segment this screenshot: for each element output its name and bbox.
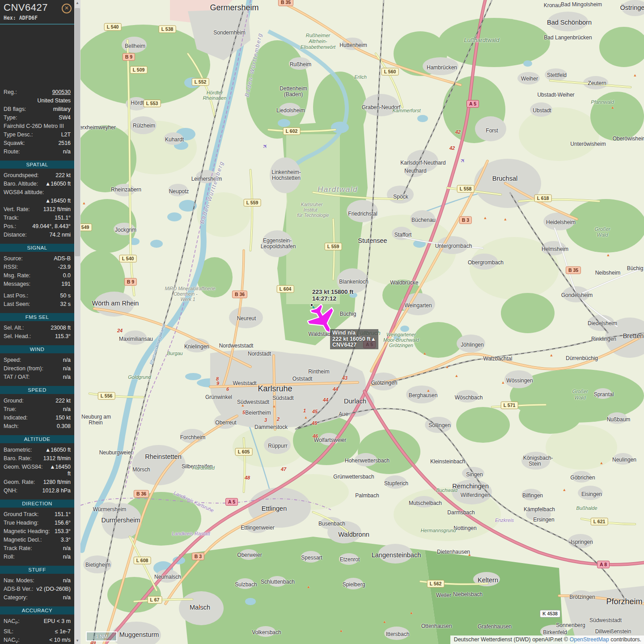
- data-row: Baro. Altitude:▲16050 ft: [0, 180, 74, 188]
- row-value: v2 (DO-260B): [36, 586, 71, 593]
- row-label: Pos.:: [4, 223, 16, 230]
- row-value: SW4: [20, 114, 71, 121]
- row-label: True Heading:: [4, 520, 38, 526]
- row-value: 222 kt: [42, 172, 71, 179]
- row-label: TAT / OAT:: [4, 374, 30, 381]
- row-value: 191: [33, 281, 71, 288]
- data-row: ▲16450 ft: [0, 197, 74, 205]
- app-window: GermersheimBellheimSondernheimHuttenheim…: [0, 0, 644, 644]
- row-label: DB flags:: [4, 106, 26, 113]
- scroll-down-icon[interactable]: ▼: [74, 638, 80, 644]
- data-row: Source:ADS-B: [0, 254, 74, 263]
- data-row: Speed:n/a: [0, 356, 74, 364]
- row-value: 2516: [28, 140, 71, 147]
- data-row: Mach:0.308: [0, 422, 74, 431]
- row-value: ≤ 1e-7: [16, 628, 71, 635]
- section-header: SPATIAL: [0, 161, 74, 169]
- row-value: 1312 ft/min: [33, 206, 71, 213]
- data-row: United States: [0, 97, 74, 105]
- row-label: Track:: [4, 215, 19, 221]
- registration-info: Reg.:900530United StatesDB flags:militar…: [0, 88, 74, 156]
- row-value: n/a: [17, 554, 71, 560]
- row-value: military: [29, 106, 71, 113]
- data-row: Vert. Rate:1312 ft/min: [0, 205, 74, 214]
- row-label: Last Seen:: [4, 301, 30, 308]
- row-label: True:: [4, 406, 16, 413]
- row-value: 156.6°: [41, 520, 71, 526]
- data-row: NACV:< 10 m/s: [0, 636, 74, 644]
- row-value: n/a: [23, 148, 71, 155]
- row-value: 23008 ft: [26, 325, 71, 331]
- data-row: Messages:191: [0, 280, 74, 288]
- row-label: Sel. Head.:: [4, 333, 31, 340]
- row-label: Baro. Rate:: [4, 455, 32, 462]
- row-value: n/a: [35, 545, 71, 552]
- data-row: True:n/a: [0, 405, 74, 414]
- row-value: n/a: [19, 406, 71, 413]
- row-label: Mach:: [4, 423, 19, 430]
- row-value: ▲16450 ft: [6, 198, 71, 204]
- data-row: Last Pos.:50 s: [0, 292, 74, 300]
- row-value: L2T: [35, 131, 71, 138]
- panel-header: CNV6427 Hex: ADFD6F ✕: [0, 0, 74, 25]
- row-label: Messages:: [4, 281, 30, 288]
- row-value: < 10 m/s: [22, 637, 71, 644]
- row-value: 222 kt: [26, 398, 71, 404]
- data-row: ADS-B Ver.:v2 (DO-260B): [0, 585, 74, 593]
- row-label: Geom. Rate:: [4, 479, 35, 486]
- data-row: Type:SW4: [0, 114, 74, 122]
- data-row: Magnetic Decl.:3.3°: [0, 536, 74, 544]
- row-label: Distance:: [4, 232, 27, 238]
- data-row: TAT / OAT:n/a: [0, 373, 74, 381]
- row-value: n/a: [24, 357, 71, 364]
- data-row: Geom. WGS84:▲16450 ft: [0, 463, 74, 478]
- row-value: ▲16050 ft: [34, 447, 71, 453]
- data-row: Fairchild C-26D Metro III: [0, 122, 74, 131]
- row-value: 151.1°: [42, 511, 71, 518]
- data-row: Squawk:2516: [0, 139, 74, 148]
- row-label: Reg.:: [4, 89, 17, 96]
- map-attribution: Deutscher Wetterdienst (DWD) openAIP.net…: [450, 636, 644, 644]
- data-row: WGS84 altitude:: [0, 188, 74, 197]
- hex-code: Hex: ADFD6F: [4, 15, 71, 23]
- row-label: Ground Track:: [4, 511, 39, 518]
- row-label: Indicated:: [4, 415, 28, 421]
- row-value: 153.3°: [52, 528, 71, 535]
- scroll-up-icon[interactable]: ▲: [74, 0, 80, 6]
- data-row: DB flags:military: [0, 105, 74, 114]
- data-row: SIL:≤ 1e-7: [0, 627, 74, 636]
- data-row: Track:151.1°: [0, 214, 74, 222]
- data-row: Indicated:150 kt: [0, 414, 74, 422]
- data-row: Sel. Head.:115.3°: [0, 332, 74, 341]
- close-icon[interactable]: ✕: [62, 4, 72, 13]
- map-canvas[interactable]: [0, 0, 644, 644]
- row-value: 1280 ft/min: [38, 479, 71, 486]
- row-value: ▲16050 ft: [41, 181, 71, 187]
- openstreetmap-link[interactable]: OpenStreetMap: [569, 636, 609, 643]
- data-row: Baro. Rate:1312 ft/min: [0, 454, 74, 463]
- data-row: Magnetic Heading:153.3°: [0, 527, 74, 536]
- row-label: SIL:: [4, 628, 13, 635]
- section-header: STUFF: [0, 566, 74, 574]
- scrollbar-thumb[interactable]: [75, 8, 80, 256]
- row-label: Category:: [4, 594, 28, 601]
- row-value: 50 s: [31, 292, 71, 299]
- row-label: Baro. Altitude:: [4, 181, 38, 187]
- row-value: 49.044°, 8.443°: [19, 223, 71, 230]
- row-label: Squawk:: [4, 140, 25, 147]
- row-value: 3.3°: [44, 537, 71, 543]
- row-label: Nav. Modes:: [4, 577, 34, 584]
- scale-bar: 1 NM: [86, 631, 117, 641]
- row-label: Vert. Rate:: [4, 206, 30, 213]
- registration-link[interactable]: 900530: [52, 89, 71, 95]
- row-value[interactable]: 900530: [20, 89, 71, 96]
- row-value: 0.0: [33, 272, 71, 279]
- row-value: 115.3°: [34, 333, 71, 340]
- section-header: FMS SEL: [0, 313, 74, 321]
- data-row: Distance:74.2 nmi: [0, 231, 74, 239]
- data-row: Route:n/a: [0, 148, 74, 156]
- data-row: Barometric:▲16050 ft: [0, 446, 74, 454]
- sidebar-scrollbar[interactable]: ▲ ▼: [74, 0, 80, 644]
- callsign-title: CNV6427: [4, 2, 71, 13]
- data-row: Reg.:900530: [0, 88, 74, 97]
